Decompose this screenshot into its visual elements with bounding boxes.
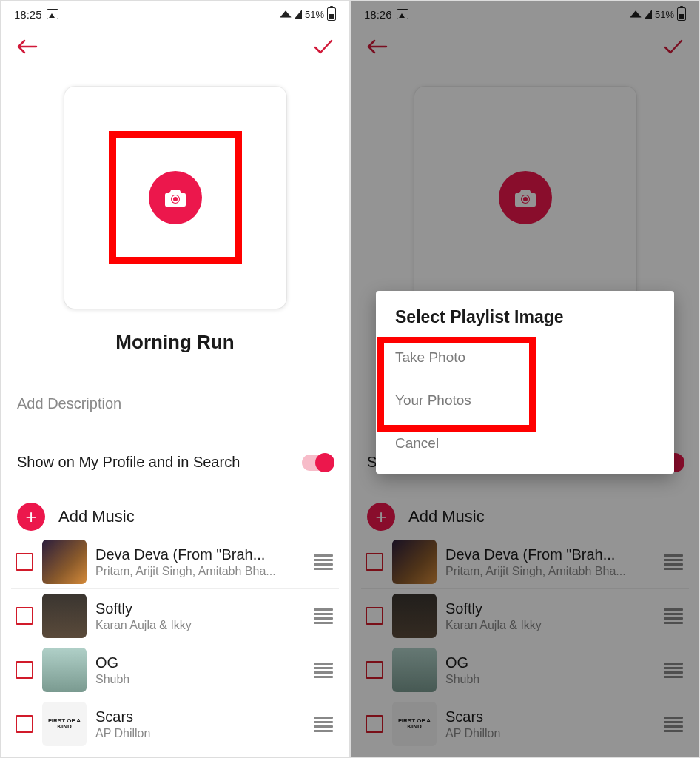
song-row: OG Shubh — [361, 643, 689, 697]
song-artist: Pritam, Arijit Singh, Amitabh Bha... — [445, 565, 653, 578]
status-bar: 18:25 51% — [1, 1, 349, 27]
song-artist: Shubh — [95, 673, 303, 686]
nav-bar — [1, 27, 349, 66]
song-thumbnail — [42, 594, 87, 638]
drag-handle-icon[interactable] — [662, 663, 684, 678]
song-title: Softly — [95, 600, 303, 617]
song-title: OG — [445, 654, 653, 671]
select-image-dialog: Select Playlist Image Take Photo Your Ph… — [376, 291, 674, 474]
gallery-indicator-icon — [397, 9, 408, 19]
song-checkbox[interactable] — [366, 607, 383, 625]
playlist-cover-placeholder[interactable] — [64, 87, 286, 309]
song-artist: Karan Aujla & Ikky — [445, 619, 653, 632]
song-thumbnail: FIRST OF A KIND — [42, 702, 87, 746]
screen-select-image: 18:26 51% Morning Run Add Description S — [350, 0, 700, 758]
song-title: Softly — [445, 600, 653, 617]
drag-handle-icon[interactable] — [312, 717, 334, 732]
add-music-button[interactable]: + Add Music — [351, 489, 699, 535]
back-button[interactable] — [16, 38, 38, 56]
drag-handle-icon[interactable] — [312, 663, 334, 678]
plus-icon: + — [17, 503, 45, 531]
song-thumbnail — [42, 648, 87, 692]
cancel-option[interactable]: Cancel — [376, 422, 674, 465]
confirm-button[interactable] — [662, 38, 684, 56]
song-row: Deva Deva (From "Brah... Pritam, Arijit … — [11, 535, 339, 589]
plus-icon: + — [367, 503, 395, 531]
drag-handle-icon[interactable] — [312, 554, 334, 570]
playlist-title-input[interactable]: Morning Run — [1, 331, 349, 354]
status-time: 18:25 — [14, 8, 42, 21]
dialog-title: Select Playlist Image — [376, 307, 674, 336]
song-thumbnail — [42, 540, 87, 584]
profile-visibility-row: Show on My Profile and in Search — [1, 454, 349, 471]
song-checkbox[interactable] — [366, 553, 383, 571]
camera-icon[interactable] — [499, 171, 552, 224]
song-checkbox[interactable] — [16, 607, 33, 625]
song-row: OG Shubh — [11, 643, 339, 697]
gallery-indicator-icon — [47, 9, 58, 19]
song-thumbnail — [392, 594, 437, 638]
take-photo-option[interactable]: Take Photo — [376, 336, 674, 379]
wifi-icon — [280, 10, 292, 18]
song-checkbox[interactable] — [16, 553, 33, 571]
add-music-label: Add Music — [58, 507, 135, 526]
status-time: 18:26 — [364, 8, 392, 21]
song-checkbox[interactable] — [366, 715, 383, 733]
song-row: Softly Karan Aujla & Ikky — [11, 589, 339, 643]
song-checkbox[interactable] — [16, 661, 33, 679]
song-row: FIRST OF A KIND Scars AP Dhillon — [361, 697, 689, 751]
back-button[interactable] — [366, 38, 388, 56]
drag-handle-icon[interactable] — [662, 608, 684, 624]
confirm-button[interactable] — [312, 38, 334, 56]
screen-edit-playlist: 18:25 51% Morning Run Add Description Sh… — [0, 0, 350, 758]
song-title: Deva Deva (From "Brah... — [445, 546, 653, 563]
battery-percent: 51% — [305, 9, 324, 20]
add-music-button[interactable]: + Add Music — [1, 489, 349, 535]
battery-percent: 51% — [655, 9, 674, 20]
song-thumbnail — [392, 648, 437, 692]
song-title: OG — [95, 654, 303, 671]
status-bar: 18:26 51% — [351, 1, 699, 27]
song-list: Deva Deva (From "Brah... Pritam, Arijit … — [1, 535, 349, 751]
signal-icon — [645, 10, 652, 19]
drag-handle-icon[interactable] — [312, 608, 334, 624]
battery-icon — [327, 7, 336, 21]
song-thumbnail — [392, 540, 437, 584]
drag-handle-icon[interactable] — [662, 554, 684, 570]
description-input[interactable]: Add Description — [1, 395, 349, 412]
song-checkbox[interactable] — [16, 715, 33, 733]
song-artist: Karan Aujla & Ikky — [95, 619, 303, 632]
your-photos-option[interactable]: Your Photos — [376, 379, 674, 422]
signal-icon — [295, 10, 302, 19]
song-list: Deva Deva (From "Brah... Pritam, Arijit … — [351, 535, 699, 751]
song-artist: Pritam, Arijit Singh, Amitabh Bha... — [95, 565, 303, 578]
song-title: Deva Deva (From "Brah... — [95, 546, 303, 563]
nav-bar — [351, 27, 699, 66]
song-title: Scars — [445, 708, 653, 725]
song-thumbnail: FIRST OF A KIND — [392, 702, 437, 746]
playlist-cover-placeholder[interactable] — [414, 87, 636, 309]
battery-icon — [677, 7, 686, 21]
camera-icon[interactable] — [149, 171, 202, 224]
drag-handle-icon[interactable] — [662, 717, 684, 732]
song-row: FIRST OF A KIND Scars AP Dhillon — [11, 697, 339, 751]
wifi-icon — [630, 10, 642, 18]
song-artist: AP Dhillon — [445, 727, 653, 740]
song-row: Deva Deva (From "Brah... Pritam, Arijit … — [361, 535, 689, 589]
song-checkbox[interactable] — [366, 661, 383, 679]
profile-visibility-toggle[interactable] — [302, 455, 333, 471]
song-artist: AP Dhillon — [95, 727, 303, 740]
song-row: Softly Karan Aujla & Ikky — [361, 589, 689, 643]
profile-visibility-label: Show on My Profile and in Search — [17, 454, 240, 471]
song-title: Scars — [95, 708, 303, 725]
song-artist: Shubh — [445, 673, 653, 686]
add-music-label: Add Music — [408, 507, 485, 526]
